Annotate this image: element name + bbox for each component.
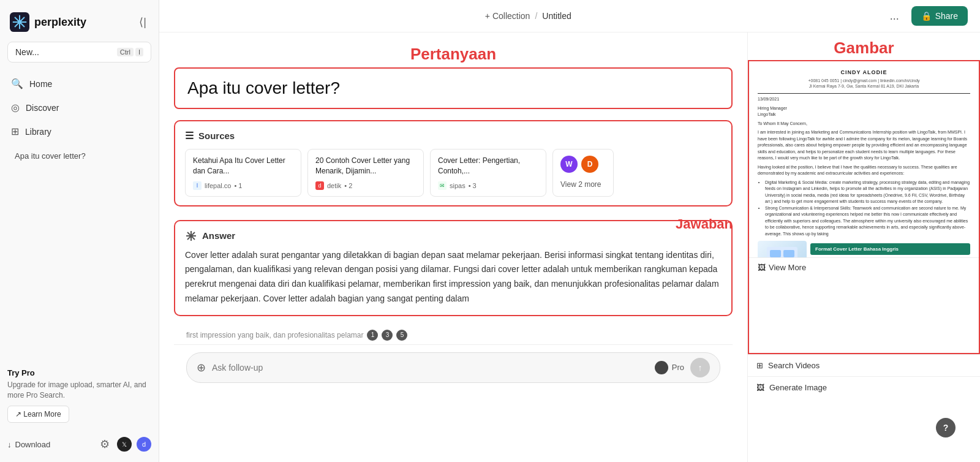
logo-text: perplexity [34, 16, 86, 29]
sidebar-nav: 🔍 Home ◎ Discover ⊞ Library [0, 70, 159, 146]
bottom-text: first impression yang baik, dan profesio… [174, 326, 733, 344]
pertanyaan-annotation-label: Pertanyaan [174, 45, 733, 64]
source-favicon-2: ✉ [438, 181, 447, 190]
ask-plus-button[interactable]: ⊕ [197, 361, 206, 374]
view-more-image-button[interactable]: 🖼 View More [749, 257, 979, 277]
source-num-0: • 1 [234, 182, 242, 189]
source-card-0[interactable]: Ketahui Apa Itu Cover Letter dan Cara...… [185, 149, 301, 197]
source-title-1: 20 Contoh Cover Letter yang Menarik, Dij… [315, 156, 416, 176]
discover-icon: ◎ [11, 102, 20, 113]
source-card-2[interactable]: Cover Letter: Pengertian, Contoh,... ✉ s… [430, 149, 546, 197]
sources-icon: ☰ [185, 130, 194, 142]
answer-section: Answer Cover letter adalah surat pengant… [174, 220, 733, 316]
bottom-text-content: first impression yang baik, dan profesio… [186, 331, 363, 339]
source-icon-row: W D [560, 156, 598, 173]
source-site-2: sipas [450, 182, 466, 189]
doc-greeting: To Whom It May Concern, [758, 121, 970, 127]
badge-1: 1 [367, 330, 378, 341]
sidebar-item-home-label: Home [29, 79, 52, 89]
source-card-1[interactable]: 20 Contoh Cover Letter yang Menarik, Dij… [307, 149, 424, 197]
history-item-0[interactable]: Apa itu cover letter? [5, 146, 154, 165]
collapse-sidebar-button[interactable]: ⟨| [137, 13, 149, 31]
topbar-untitled: Untitled [542, 11, 571, 21]
source-num-2: • 3 [469, 182, 477, 189]
doc-contact: +0081 045 0051 | cindy@gmail.com | linke… [758, 78, 970, 90]
doc-img-content: Format Cover Letter Bahasa Inggris Exter… [810, 241, 970, 257]
svg-point-5 [18, 20, 21, 24]
answer-snowflake-icon [185, 230, 197, 242]
logo-area: perplexity [10, 12, 86, 32]
library-icon: ⊞ [11, 126, 19, 137]
send-button[interactable]: ↑ [690, 358, 710, 377]
sidebar-item-library[interactable]: ⊞ Library [5, 120, 154, 143]
doc-section-img: Format Cover Letter Bahasa Inggris Exter… [758, 241, 970, 257]
new-button[interactable]: New... Ctrl I [7, 42, 151, 62]
footer-input-bar: ⊕ Pro ↑ [174, 344, 733, 390]
doc-body-detail: Having looked at the position, I believe… [758, 164, 970, 177]
search-videos-label: Search Videos [768, 361, 820, 370]
twitter-icon[interactable]: 𝕏 [117, 437, 132, 452]
ask-followup-input[interactable] [212, 363, 649, 373]
question-text: Apa itu cover letter? [187, 78, 719, 98]
generate-image-row[interactable]: 🖼 Generate Image [748, 376, 980, 398]
collection-button[interactable]: + Collection [485, 11, 530, 21]
source-title-0: Ketahui Apa Itu Cover Letter dan Cara... [193, 156, 293, 176]
generate-icon: 🖼 [756, 383, 764, 392]
source-icon-circle-1: D [581, 156, 598, 173]
source-favicon-1: d [315, 181, 324, 190]
download-label: Download [15, 440, 51, 449]
source-icon-circle-0: W [560, 156, 578, 173]
source-card-icons: W D View 2 more [552, 149, 614, 197]
discord-icon[interactable]: d [137, 437, 151, 452]
main-panel: Pertanyaan Apa itu cover letter? Sumber … [159, 32, 747, 462]
badge-5: 5 [396, 330, 407, 341]
doc-list: Digital Marketing & Social Media: create… [758, 180, 970, 238]
topbar-center: + Collection / Untitled [485, 11, 571, 21]
image-icon: 🖼 [758, 263, 766, 272]
pro-toggle: Pro [655, 361, 684, 374]
source-meta-1: d detik • 2 [315, 181, 416, 190]
source-site-1: detik [327, 182, 341, 189]
view-more-label: View More [769, 263, 806, 272]
sidebar: perplexity ⟨| New... Ctrl I 🔍 Home ◎ Dis… [0, 0, 159, 462]
source-num-1: • 2 [344, 182, 352, 189]
answer-label: Answer [202, 230, 235, 241]
new-button-row: New... Ctrl I [0, 39, 159, 70]
sidebar-item-home[interactable]: 🔍 Home [5, 72, 154, 95]
help-button[interactable]: ? [936, 418, 956, 437]
content-area: Pertanyaan Apa itu cover letter? Sumber … [159, 32, 980, 462]
gambar-annotation-label: Gambar [748, 32, 980, 60]
sidebar-item-discover[interactable]: ◎ Discover [5, 96, 154, 119]
more-options-button[interactable]: ... [885, 7, 904, 25]
source-site-0: lifepal.co [205, 182, 231, 189]
sidebar-item-library-label: Library [25, 127, 51, 137]
doc-intro: I am interested in joining as Marketing … [758, 129, 970, 162]
topbar: + Collection / Untitled ... 🔒 Share [159, 0, 980, 32]
pro-label: Pro [672, 363, 684, 372]
sidebar-header: perplexity ⟨| [0, 7, 159, 39]
generate-image-label: Generate Image [769, 383, 827, 392]
doc-img-thumb-0 [758, 241, 807, 257]
source-title-2: Cover Letter: Pengertian, Contoh,... [438, 156, 538, 176]
i-key: I [135, 48, 143, 56]
source-meta-0: l lifepal.co • 1 [193, 181, 293, 190]
try-pro-section: Try Pro Upgrade for image upload, smarte… [0, 362, 159, 429]
sidebar-item-discover-label: Discover [26, 103, 59, 113]
download-icon: ↓ [7, 440, 12, 449]
doc-thumbnail-svg [767, 247, 797, 257]
right-panel-image: CINDY ALODIE +0081 045 0051 | cindy@gmai… [748, 60, 980, 354]
learn-more-button[interactable]: ↗ Learn More [7, 406, 69, 423]
new-button-label: New... [15, 47, 39, 57]
social-icons: 𝕏 d [117, 437, 151, 452]
view-more-sources-link[interactable]: View 2 more [560, 180, 601, 189]
search-videos-row[interactable]: ⊞ Search Videos [748, 354, 980, 376]
doc-name: CINDY ALODIE [758, 69, 970, 77]
pro-dot[interactable] [655, 361, 668, 374]
sources-header: ☰ Sources [185, 130, 722, 142]
share-label: Share [935, 11, 958, 21]
answer-text: Cover letter adalah surat pengantar yang… [185, 248, 722, 306]
settings-button[interactable]: ⚙ [96, 434, 113, 455]
download-link[interactable]: ↓ Download [7, 440, 50, 449]
share-button[interactable]: 🔒 Share [911, 6, 968, 26]
question-box: Apa itu cover letter? [174, 67, 733, 109]
